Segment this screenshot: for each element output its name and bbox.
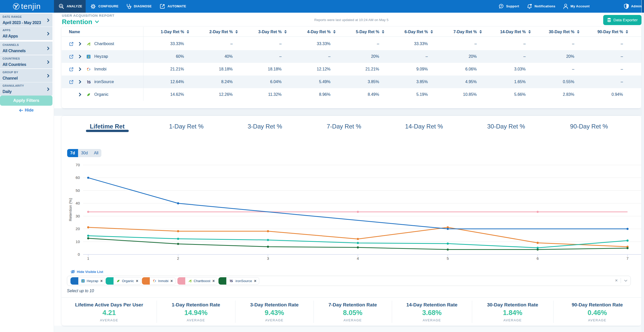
svg-text:4: 4 xyxy=(357,256,359,261)
svg-text:6: 6 xyxy=(537,256,539,261)
svg-text:2: 2 xyxy=(177,256,179,261)
svg-text:20: 20 xyxy=(76,227,80,231)
svg-text:Z: Z xyxy=(82,280,84,282)
svg-text:7: 7 xyxy=(627,256,629,261)
svg-text:5: 5 xyxy=(447,256,449,261)
svg-text:40: 40 xyxy=(76,201,80,205)
svg-text:3: 3 xyxy=(267,256,269,261)
svg-text:50: 50 xyxy=(76,188,80,193)
svg-text:60: 60 xyxy=(76,175,80,180)
svg-text:Retention (%): Retention (%) xyxy=(68,198,72,221)
svg-text:?: ? xyxy=(500,5,502,8)
svg-text:70: 70 xyxy=(76,163,80,167)
svg-text:30: 30 xyxy=(76,214,80,218)
svg-text:1: 1 xyxy=(87,256,89,261)
svg-text:0: 0 xyxy=(78,252,80,256)
svg-text:10: 10 xyxy=(76,239,80,244)
svg-text:Z: Z xyxy=(88,55,89,58)
